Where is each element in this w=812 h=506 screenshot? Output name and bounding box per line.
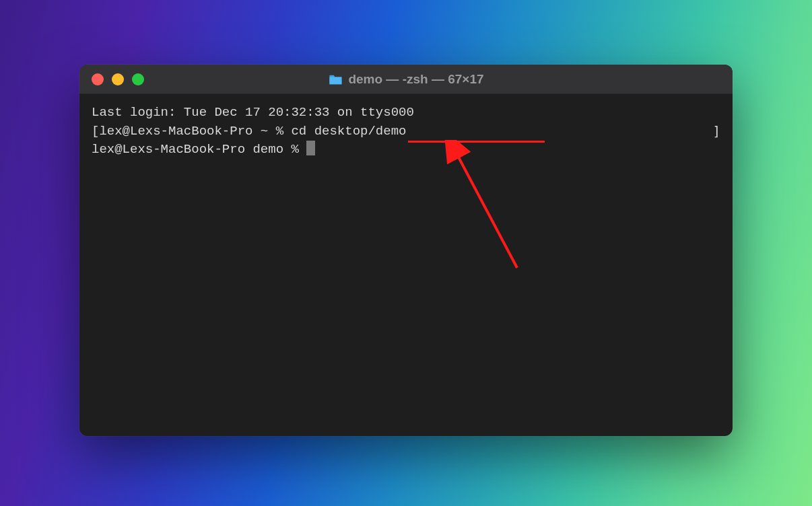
svg-line-1 (456, 153, 517, 268)
folder-icon (328, 73, 343, 85)
annotation-underline (408, 141, 545, 143)
cursor (306, 141, 315, 155)
zoom-button[interactable] (132, 73, 144, 85)
close-button[interactable] (92, 73, 104, 85)
terminal-content[interactable]: Last login: Tue Dec 17 20:32:33 on ttys0… (79, 94, 733, 436)
terminal-prompt: lex@Lexs-MacBook-Pro demo % (92, 142, 306, 157)
window-title: demo — -zsh — 67×17 (348, 72, 483, 87)
terminal-prompt-line: lex@Lexs-MacBook-Pro demo % (92, 141, 720, 159)
minimize-button[interactable] (112, 73, 124, 85)
terminal-line: Last login: Tue Dec 17 20:32:33 on ttys0… (92, 104, 720, 122)
window-title-container: demo — -zsh — 67×17 (328, 72, 483, 87)
terminal-window: demo — -zsh — 67×17 Last login: Tue Dec … (79, 65, 733, 436)
annotation-arrow (423, 140, 531, 275)
titlebar[interactable]: demo — -zsh — 67×17 (79, 65, 733, 94)
terminal-line: [lex@Lexs-MacBook-Pro ~ % cd desktop/dem… (92, 122, 720, 141)
bracket-right: ] (713, 122, 720, 141)
traffic-lights (79, 73, 144, 85)
